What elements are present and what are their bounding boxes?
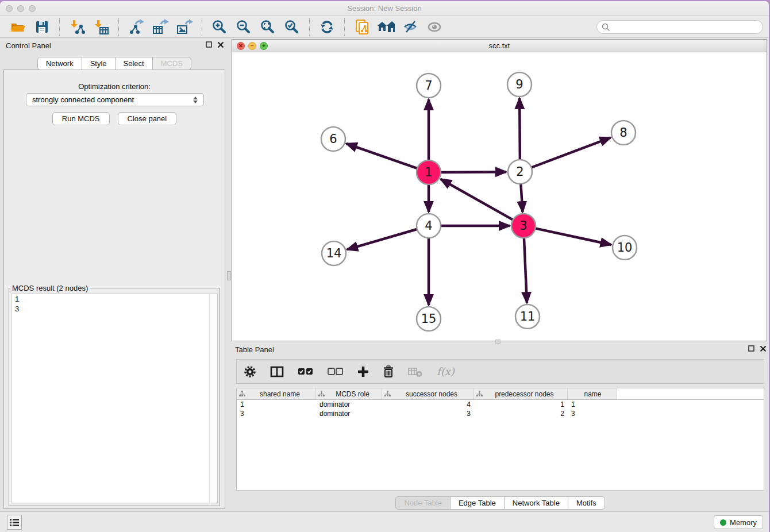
network-graph[interactable]: 7968124314101511 — [232, 52, 767, 341]
zoom-fit-button[interactable] — [259, 18, 276, 36]
zoom-out-button[interactable] — [235, 18, 252, 36]
float-panel-icon[interactable] — [206, 41, 213, 48]
graph-node-2[interactable]: 2 — [508, 160, 532, 184]
first-neighbors-button[interactable] — [378, 18, 395, 36]
zoom-in-button[interactable] — [211, 18, 228, 36]
graph-node-1[interactable]: 1 — [417, 160, 441, 184]
graph-edge-3-1[interactable] — [441, 179, 515, 221]
close-panel-button[interactable]: Close panel — [118, 112, 177, 125]
network-window-titlebar[interactable]: ✕ − + scc.txt — [232, 40, 767, 52]
table-cell[interactable]: 2 — [474, 410, 568, 418]
graph-edge-4-14[interactable] — [347, 229, 419, 250]
tab-network[interactable]: Network — [37, 57, 82, 70]
node-label: 4 — [425, 219, 432, 233]
memory-button[interactable]: Memory — [714, 515, 763, 529]
tab-mcds[interactable]: MCDS — [152, 57, 191, 70]
table-row[interactable]: 3dominator323 — [237, 409, 764, 418]
toggle-panel-icon[interactable] — [270, 366, 284, 377]
mcds-result-line: 1 — [11, 294, 217, 304]
graph-node-4[interactable]: 4 — [417, 214, 441, 238]
save-icon — [34, 20, 49, 34]
optimization-criterion-select[interactable]: strongly connected component — [26, 93, 204, 106]
vertical-splitter-handle[interactable] — [227, 271, 231, 280]
search-box[interactable] — [596, 20, 763, 34]
node-table: shared name MCDS role successor nodes pr… — [236, 388, 764, 491]
table-cell[interactable]: 1 — [568, 400, 617, 408]
add-column-icon[interactable] — [357, 366, 369, 377]
node-label: 7 — [425, 79, 432, 92]
export-table-button[interactable] — [152, 18, 169, 36]
export-network-icon — [128, 19, 144, 35]
delete-columns-trash-icon[interactable] — [383, 365, 394, 378]
graph-node-7[interactable]: 7 — [417, 74, 441, 98]
tab-edge-table[interactable]: Edge Table — [450, 496, 505, 510]
mcds-result-line: 3 — [11, 304, 217, 314]
open-session-button[interactable] — [9, 18, 26, 36]
save-session-button[interactable] — [33, 18, 51, 36]
title-bar: Session: New Session — [0, 1, 769, 16]
graph-node-11[interactable]: 11 — [515, 304, 540, 329]
table-cell[interactable]: 4 — [382, 400, 474, 408]
export-image-button[interactable] — [176, 18, 193, 36]
graph-edge-2-8[interactable] — [529, 137, 611, 168]
table-cell[interactable]: 3 — [568, 410, 617, 418]
graph-node-15[interactable]: 15 — [417, 307, 441, 331]
graph-edge-3-10[interactable] — [533, 228, 611, 245]
result-scrollbar[interactable] — [209, 294, 217, 503]
graph-node-3[interactable]: 3 — [511, 214, 536, 238]
graph-node-8[interactable]: 8 — [611, 121, 636, 145]
tab-style[interactable]: Style — [82, 57, 116, 70]
tab-node-table[interactable]: Node Table — [395, 496, 451, 510]
node-label: 6 — [329, 132, 337, 146]
delete-table-icon[interactable] — [408, 366, 423, 377]
column-header-predecessor-nodes[interactable]: predecessor nodes — [474, 388, 568, 399]
tab-select[interactable]: Select — [115, 57, 153, 70]
deselect-all-icon[interactable] — [328, 368, 344, 376]
export-image-icon — [176, 19, 193, 35]
export-table-icon — [152, 19, 169, 35]
import-table-button[interactable] — [93, 18, 110, 36]
column-header-successor-nodes[interactable]: successor nodes — [382, 388, 474, 399]
column-header-name[interactable]: name — [568, 388, 617, 399]
import-network-button[interactable] — [68, 18, 86, 36]
settings-gear-icon[interactable] — [244, 365, 256, 378]
graph-edge-1-2[interactable] — [438, 172, 506, 172]
graph-node-6[interactable]: 6 — [321, 127, 345, 151]
table-cell[interactable]: 3 — [382, 410, 474, 418]
table-cell[interactable]: 1 — [474, 400, 568, 408]
network-canvas[interactable]: 7968124314101511 — [232, 52, 767, 341]
tab-network-table[interactable]: Network Table — [504, 496, 568, 510]
graph-edge-2-9[interactable] — [519, 98, 520, 162]
panel-toggle-button[interactable] — [7, 515, 22, 530]
toolbar-separator — [344, 18, 345, 36]
graph-node-9[interactable]: 9 — [507, 72, 532, 97]
close-panel-icon[interactable] — [760, 345, 767, 352]
table-cell[interactable]: dominator — [316, 400, 382, 408]
close-panel-icon[interactable] — [217, 41, 224, 48]
refresh-button[interactable] — [318, 18, 336, 36]
run-mcds-button[interactable]: Run MCDS — [52, 112, 110, 125]
column-header-mcds-role[interactable]: MCDS role — [316, 388, 382, 399]
graph-node-14[interactable]: 14 — [322, 241, 346, 265]
show-all-button[interactable] — [426, 18, 443, 36]
zoom-out-icon — [236, 20, 251, 34]
zoom-selected-button[interactable] — [283, 18, 301, 36]
search-input[interactable] — [613, 22, 758, 32]
export-network-button[interactable] — [128, 18, 145, 36]
graph-edge-2-3[interactable] — [521, 182, 522, 212]
function-builder-icon[interactable]: f(x) — [437, 365, 455, 377]
clone-network-button[interactable] — [353, 18, 371, 36]
table-cell[interactable]: dominator — [316, 410, 382, 418]
table-cell[interactable]: 1 — [237, 400, 316, 408]
graph-edge-3-11[interactable] — [524, 236, 527, 303]
select-all-icon[interactable] — [298, 368, 314, 376]
table-cell[interactable]: 3 — [237, 410, 316, 418]
hide-selected-button[interactable] — [402, 18, 419, 36]
mcds-result-list[interactable]: 13 — [11, 294, 218, 503]
graph-node-10[interactable]: 10 — [613, 236, 637, 260]
tab-motifs[interactable]: Motifs — [568, 496, 605, 510]
table-row[interactable]: 1dominator411 — [237, 400, 764, 409]
column-header-shared-name[interactable]: shared name — [237, 388, 316, 399]
float-panel-icon[interactable] — [748, 345, 755, 352]
graph-edge-1-6[interactable] — [346, 144, 419, 169]
